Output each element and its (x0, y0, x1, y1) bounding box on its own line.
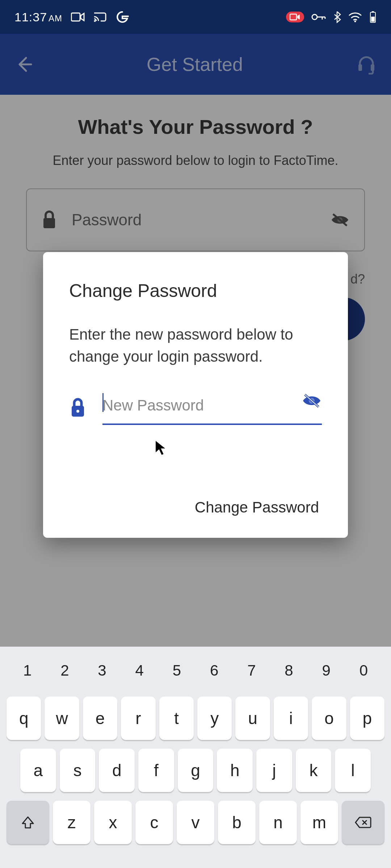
key-l[interactable]: l (335, 749, 371, 792)
key-i[interactable]: i (274, 697, 308, 740)
key-shift[interactable] (7, 801, 49, 844)
key-j[interactable]: j (256, 749, 292, 792)
svg-point-4 (354, 21, 356, 22)
key-r[interactable]: r (121, 697, 155, 740)
key-a[interactable]: a (20, 749, 56, 792)
video-icon (71, 12, 85, 22)
key-u[interactable]: u (235, 697, 270, 740)
svg-point-14 (76, 410, 79, 413)
google-g-icon (116, 10, 129, 24)
key-3[interactable]: 3 (83, 662, 121, 679)
status-ampm: AM (49, 13, 62, 23)
key-8[interactable]: 8 (270, 662, 307, 679)
key-w[interactable]: w (45, 697, 79, 740)
key-d[interactable]: d (99, 749, 135, 792)
svg-rect-6 (372, 11, 374, 12)
modal-title: Change Password (69, 280, 322, 301)
key-g[interactable]: g (178, 749, 214, 792)
new-password-input[interactable] (102, 390, 322, 425)
svg-rect-0 (71, 13, 80, 21)
keyboard-row-1: q w e r t y u i o p (0, 697, 391, 740)
status-time: 11:37AM (14, 10, 62, 24)
visibility-off-icon[interactable] (302, 392, 322, 409)
key-k[interactable]: k (296, 749, 332, 792)
cast-icon (93, 12, 107, 22)
key-5[interactable]: 5 (158, 662, 196, 679)
keyboard-number-row: 1 2 3 4 5 6 7 8 9 0 (0, 653, 391, 688)
key-e[interactable]: e (83, 697, 117, 740)
key-4[interactable]: 4 (121, 662, 158, 679)
key-m[interactable]: m (300, 801, 338, 844)
key-v[interactable]: v (177, 801, 214, 844)
svg-point-1 (94, 20, 96, 22)
svg-rect-2 (290, 14, 297, 20)
key-c[interactable]: c (135, 801, 173, 844)
key-backspace[interactable] (342, 801, 384, 844)
keyboard-row-2: a s d f g h j k l (0, 749, 391, 792)
lock-icon (69, 397, 87, 418)
key-6[interactable]: 6 (196, 662, 233, 679)
key-q[interactable]: q (7, 697, 41, 740)
key-b[interactable]: b (218, 801, 256, 844)
key-h[interactable]: h (217, 749, 253, 792)
new-password-input-wrap (102, 390, 322, 425)
key-z[interactable]: z (53, 801, 91, 844)
modal-description: Enter the new password below to change y… (69, 324, 322, 368)
key-s[interactable]: s (60, 749, 96, 792)
key-t[interactable]: t (159, 697, 194, 740)
key-n[interactable]: n (259, 801, 297, 844)
key-o[interactable]: o (312, 697, 346, 740)
key-0[interactable]: 0 (345, 662, 382, 679)
status-left: 11:37AM (14, 10, 129, 24)
backspace-icon (354, 816, 372, 829)
key-2[interactable]: 2 (46, 662, 83, 679)
change-password-button[interactable]: Change Password (69, 494, 322, 520)
status-right (286, 11, 377, 23)
text-caret (102, 393, 104, 412)
status-bar: 11:37AM (0, 0, 391, 34)
key-7[interactable]: 7 (233, 662, 270, 679)
key-p[interactable]: p (350, 697, 384, 740)
status-time-value: 11:37 (14, 10, 47, 24)
svg-point-3 (312, 14, 317, 20)
key-9[interactable]: 9 (308, 662, 345, 679)
svg-rect-7 (371, 17, 375, 22)
shift-icon (20, 815, 35, 830)
key-f[interactable]: f (138, 749, 174, 792)
screen-record-badge (286, 12, 304, 22)
keyboard-row-3: z x c v b n m (0, 801, 391, 844)
bluetooth-icon (333, 11, 341, 23)
key-1[interactable]: 1 (9, 662, 46, 679)
soft-keyboard: 1 2 3 4 5 6 7 8 9 0 q w e r t y u i o p … (0, 647, 391, 868)
battery-icon (369, 11, 377, 23)
wifi-icon (348, 12, 362, 22)
key-x[interactable]: x (94, 801, 132, 844)
vpn-key-icon (311, 13, 326, 21)
key-y[interactable]: y (197, 697, 232, 740)
change-password-modal: Change Password Enter the new password b… (43, 252, 348, 538)
new-password-field (69, 390, 322, 425)
